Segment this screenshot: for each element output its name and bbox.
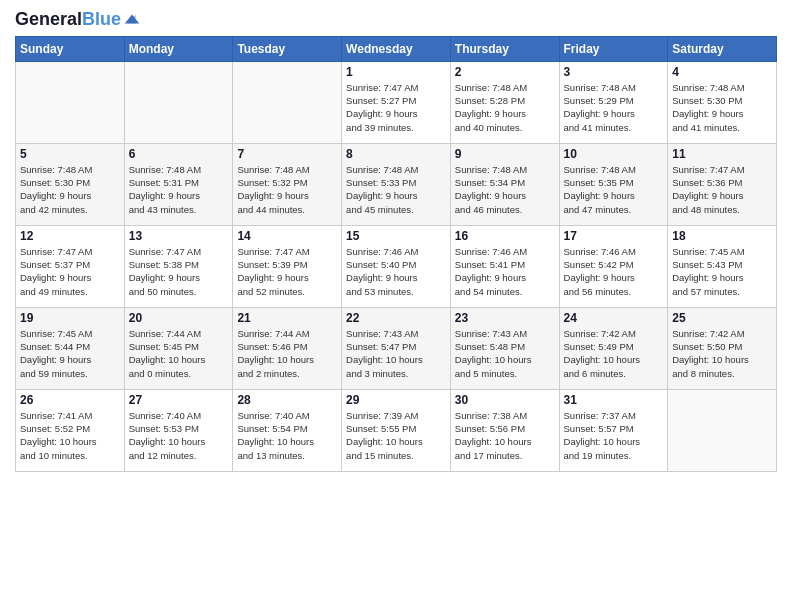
calendar-cell bbox=[668, 389, 777, 471]
day-number: 24 bbox=[564, 311, 664, 325]
day-number: 4 bbox=[672, 65, 772, 79]
calendar-cell bbox=[233, 61, 342, 143]
day-number: 8 bbox=[346, 147, 446, 161]
day-info: Sunrise: 7:48 AM Sunset: 5:35 PM Dayligh… bbox=[564, 163, 664, 216]
day-info: Sunrise: 7:42 AM Sunset: 5:49 PM Dayligh… bbox=[564, 327, 664, 380]
calendar-cell: 21Sunrise: 7:44 AM Sunset: 5:46 PM Dayli… bbox=[233, 307, 342, 389]
calendar-cell: 3Sunrise: 7:48 AM Sunset: 5:29 PM Daylig… bbox=[559, 61, 668, 143]
logo-icon bbox=[123, 11, 141, 29]
calendar-cell: 26Sunrise: 7:41 AM Sunset: 5:52 PM Dayli… bbox=[16, 389, 125, 471]
calendar-cell: 14Sunrise: 7:47 AM Sunset: 5:39 PM Dayli… bbox=[233, 225, 342, 307]
day-number: 29 bbox=[346, 393, 446, 407]
calendar-cell: 18Sunrise: 7:45 AM Sunset: 5:43 PM Dayli… bbox=[668, 225, 777, 307]
day-number: 17 bbox=[564, 229, 664, 243]
day-number: 9 bbox=[455, 147, 555, 161]
day-info: Sunrise: 7:38 AM Sunset: 5:56 PM Dayligh… bbox=[455, 409, 555, 462]
day-number: 6 bbox=[129, 147, 229, 161]
calendar-week-row: 5Sunrise: 7:48 AM Sunset: 5:30 PM Daylig… bbox=[16, 143, 777, 225]
day-number: 10 bbox=[564, 147, 664, 161]
calendar-cell: 8Sunrise: 7:48 AM Sunset: 5:33 PM Daylig… bbox=[342, 143, 451, 225]
calendar-cell: 11Sunrise: 7:47 AM Sunset: 5:36 PM Dayli… bbox=[668, 143, 777, 225]
weekday-header-wednesday: Wednesday bbox=[342, 36, 451, 61]
day-info: Sunrise: 7:48 AM Sunset: 5:29 PM Dayligh… bbox=[564, 81, 664, 134]
calendar-cell: 25Sunrise: 7:42 AM Sunset: 5:50 PM Dayli… bbox=[668, 307, 777, 389]
day-number: 13 bbox=[129, 229, 229, 243]
day-info: Sunrise: 7:46 AM Sunset: 5:42 PM Dayligh… bbox=[564, 245, 664, 298]
day-info: Sunrise: 7:39 AM Sunset: 5:55 PM Dayligh… bbox=[346, 409, 446, 462]
day-info: Sunrise: 7:37 AM Sunset: 5:57 PM Dayligh… bbox=[564, 409, 664, 462]
day-info: Sunrise: 7:48 AM Sunset: 5:30 PM Dayligh… bbox=[20, 163, 120, 216]
weekday-header-tuesday: Tuesday bbox=[233, 36, 342, 61]
calendar-cell: 7Sunrise: 7:48 AM Sunset: 5:32 PM Daylig… bbox=[233, 143, 342, 225]
day-number: 3 bbox=[564, 65, 664, 79]
calendar-cell: 28Sunrise: 7:40 AM Sunset: 5:54 PM Dayli… bbox=[233, 389, 342, 471]
calendar-cell: 24Sunrise: 7:42 AM Sunset: 5:49 PM Dayli… bbox=[559, 307, 668, 389]
day-info: Sunrise: 7:43 AM Sunset: 5:47 PM Dayligh… bbox=[346, 327, 446, 380]
day-info: Sunrise: 7:47 AM Sunset: 5:37 PM Dayligh… bbox=[20, 245, 120, 298]
calendar-cell: 1Sunrise: 7:47 AM Sunset: 5:27 PM Daylig… bbox=[342, 61, 451, 143]
day-info: Sunrise: 7:48 AM Sunset: 5:34 PM Dayligh… bbox=[455, 163, 555, 216]
day-info: Sunrise: 7:46 AM Sunset: 5:40 PM Dayligh… bbox=[346, 245, 446, 298]
day-info: Sunrise: 7:41 AM Sunset: 5:52 PM Dayligh… bbox=[20, 409, 120, 462]
weekday-header-saturday: Saturday bbox=[668, 36, 777, 61]
calendar-cell: 17Sunrise: 7:46 AM Sunset: 5:42 PM Dayli… bbox=[559, 225, 668, 307]
day-info: Sunrise: 7:44 AM Sunset: 5:45 PM Dayligh… bbox=[129, 327, 229, 380]
logo-text: GeneralBlue bbox=[15, 10, 121, 30]
calendar-container: GeneralBlue SundayMondayTuesdayWednesday… bbox=[0, 0, 792, 482]
day-info: Sunrise: 7:48 AM Sunset: 5:31 PM Dayligh… bbox=[129, 163, 229, 216]
day-number: 15 bbox=[346, 229, 446, 243]
calendar-week-row: 1Sunrise: 7:47 AM Sunset: 5:27 PM Daylig… bbox=[16, 61, 777, 143]
day-number: 16 bbox=[455, 229, 555, 243]
calendar-week-row: 12Sunrise: 7:47 AM Sunset: 5:37 PM Dayli… bbox=[16, 225, 777, 307]
day-info: Sunrise: 7:45 AM Sunset: 5:44 PM Dayligh… bbox=[20, 327, 120, 380]
day-info: Sunrise: 7:48 AM Sunset: 5:28 PM Dayligh… bbox=[455, 81, 555, 134]
day-number: 1 bbox=[346, 65, 446, 79]
day-number: 19 bbox=[20, 311, 120, 325]
day-number: 25 bbox=[672, 311, 772, 325]
calendar-cell: 6Sunrise: 7:48 AM Sunset: 5:31 PM Daylig… bbox=[124, 143, 233, 225]
calendar-cell: 16Sunrise: 7:46 AM Sunset: 5:41 PM Dayli… bbox=[450, 225, 559, 307]
calendar-cell: 31Sunrise: 7:37 AM Sunset: 5:57 PM Dayli… bbox=[559, 389, 668, 471]
calendar-cell bbox=[124, 61, 233, 143]
calendar-cell: 12Sunrise: 7:47 AM Sunset: 5:37 PM Dayli… bbox=[16, 225, 125, 307]
calendar-cell: 19Sunrise: 7:45 AM Sunset: 5:44 PM Dayli… bbox=[16, 307, 125, 389]
day-info: Sunrise: 7:40 AM Sunset: 5:54 PM Dayligh… bbox=[237, 409, 337, 462]
day-number: 27 bbox=[129, 393, 229, 407]
weekday-header-sunday: Sunday bbox=[16, 36, 125, 61]
day-info: Sunrise: 7:42 AM Sunset: 5:50 PM Dayligh… bbox=[672, 327, 772, 380]
day-info: Sunrise: 7:48 AM Sunset: 5:33 PM Dayligh… bbox=[346, 163, 446, 216]
day-number: 12 bbox=[20, 229, 120, 243]
weekday-header-monday: Monday bbox=[124, 36, 233, 61]
day-number: 26 bbox=[20, 393, 120, 407]
weekday-header-row: SundayMondayTuesdayWednesdayThursdayFrid… bbox=[16, 36, 777, 61]
day-number: 18 bbox=[672, 229, 772, 243]
day-info: Sunrise: 7:40 AM Sunset: 5:53 PM Dayligh… bbox=[129, 409, 229, 462]
day-number: 30 bbox=[455, 393, 555, 407]
day-info: Sunrise: 7:46 AM Sunset: 5:41 PM Dayligh… bbox=[455, 245, 555, 298]
calendar-cell: 5Sunrise: 7:48 AM Sunset: 5:30 PM Daylig… bbox=[16, 143, 125, 225]
calendar-cell: 30Sunrise: 7:38 AM Sunset: 5:56 PM Dayli… bbox=[450, 389, 559, 471]
calendar-cell: 2Sunrise: 7:48 AM Sunset: 5:28 PM Daylig… bbox=[450, 61, 559, 143]
day-info: Sunrise: 7:47 AM Sunset: 5:27 PM Dayligh… bbox=[346, 81, 446, 134]
day-number: 22 bbox=[346, 311, 446, 325]
calendar-cell: 27Sunrise: 7:40 AM Sunset: 5:53 PM Dayli… bbox=[124, 389, 233, 471]
calendar-cell bbox=[16, 61, 125, 143]
day-number: 21 bbox=[237, 311, 337, 325]
day-number: 23 bbox=[455, 311, 555, 325]
day-info: Sunrise: 7:44 AM Sunset: 5:46 PM Dayligh… bbox=[237, 327, 337, 380]
logo: GeneralBlue bbox=[15, 10, 141, 30]
calendar-week-row: 19Sunrise: 7:45 AM Sunset: 5:44 PM Dayli… bbox=[16, 307, 777, 389]
calendar-cell: 10Sunrise: 7:48 AM Sunset: 5:35 PM Dayli… bbox=[559, 143, 668, 225]
weekday-header-friday: Friday bbox=[559, 36, 668, 61]
calendar-cell: 4Sunrise: 7:48 AM Sunset: 5:30 PM Daylig… bbox=[668, 61, 777, 143]
calendar-week-row: 26Sunrise: 7:41 AM Sunset: 5:52 PM Dayli… bbox=[16, 389, 777, 471]
day-info: Sunrise: 7:47 AM Sunset: 5:39 PM Dayligh… bbox=[237, 245, 337, 298]
day-info: Sunrise: 7:47 AM Sunset: 5:38 PM Dayligh… bbox=[129, 245, 229, 298]
day-info: Sunrise: 7:48 AM Sunset: 5:30 PM Dayligh… bbox=[672, 81, 772, 134]
day-info: Sunrise: 7:47 AM Sunset: 5:36 PM Dayligh… bbox=[672, 163, 772, 216]
weekday-header-thursday: Thursday bbox=[450, 36, 559, 61]
day-number: 20 bbox=[129, 311, 229, 325]
day-number: 7 bbox=[237, 147, 337, 161]
day-number: 11 bbox=[672, 147, 772, 161]
day-number: 2 bbox=[455, 65, 555, 79]
